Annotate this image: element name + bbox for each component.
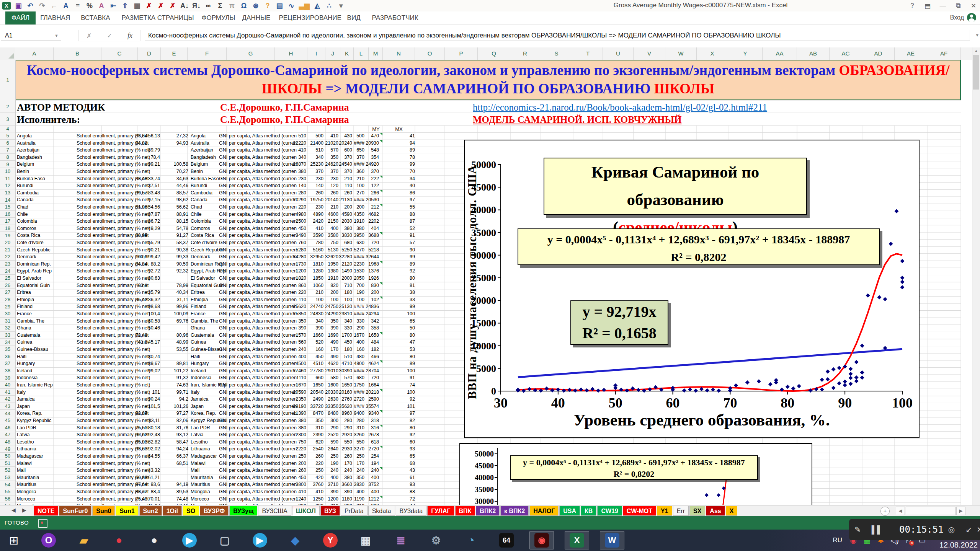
cell-value-f[interactable]: 66,37 bbox=[161, 453, 188, 460]
cell-value-j[interactable]: 2630 bbox=[324, 396, 338, 403]
row-header-14[interactable]: 14 bbox=[0, 196, 15, 204]
cell-country[interactable]: Korea, Rep. bbox=[17, 410, 42, 417]
cell-value-mx[interactable]: 89 bbox=[398, 261, 415, 268]
cell-value-k[interactable]: 1180 bbox=[338, 496, 352, 503]
cell-value-mx[interactable]: 50 bbox=[398, 324, 415, 332]
column-header-AD[interactable]: AD bbox=[862, 47, 895, 60]
cell-country-2[interactable]: Guinea-Bissau bbox=[191, 346, 222, 353]
cell-country[interactable]: Indonesia bbox=[17, 374, 38, 381]
cell-value-my[interactable]: 240 bbox=[360, 467, 379, 474]
column-header-U[interactable]: U bbox=[603, 47, 634, 60]
cell-value-i[interactable]: 410 bbox=[306, 225, 323, 232]
row-header-4[interactable]: 4 bbox=[0, 126, 15, 132]
cell-country-2[interactable]: Lao PDR bbox=[191, 424, 210, 432]
cell-value-i[interactable]: 230 bbox=[306, 175, 323, 183]
cell-value-k[interactable]: 2760 bbox=[338, 396, 352, 403]
cell-value-my[interactable]: 35574 bbox=[360, 403, 379, 410]
cell-value-my[interactable]: 122 bbox=[360, 182, 379, 189]
cell-value-k[interactable]: 510 bbox=[338, 353, 352, 360]
cell-value-j[interactable]: 8480 bbox=[324, 410, 338, 417]
sheet-nav-left-icon[interactable]: ◀ bbox=[11, 507, 16, 513]
cell-value-d[interactable]: 86,72 bbox=[130, 218, 160, 225]
row-header-8[interactable]: 8 bbox=[0, 154, 15, 161]
cell-value-mx[interactable]: 65 bbox=[398, 453, 415, 460]
cell-country-2[interactable]: Bangladesh bbox=[191, 154, 216, 161]
cell-value-j[interactable]: 580 bbox=[324, 374, 338, 381]
cell-value-my[interactable]: 194 bbox=[360, 460, 379, 467]
ribbon-tab-данные[interactable]: ДАННЫЕ bbox=[236, 11, 277, 24]
cell-value-f[interactable]: 91,32 bbox=[161, 374, 188, 381]
cell-value-j[interactable]: 290 bbox=[324, 424, 338, 432]
cell-value-h[interactable]: 1200 bbox=[279, 267, 306, 275]
row-header-54[interactable]: 54 bbox=[0, 481, 15, 488]
cell-value-mx[interactable]: 47 bbox=[398, 502, 415, 505]
cell-country[interactable]: Czech Republic bbox=[17, 246, 51, 254]
cell-value-i[interactable]: 340 bbox=[306, 154, 323, 161]
hscroll-left-icon[interactable]: ◀ bbox=[896, 507, 905, 515]
cell-value-j[interactable]: 400 bbox=[324, 474, 338, 481]
cell-value-mx[interactable]: 68 bbox=[398, 460, 415, 467]
cell-country[interactable]: Italy bbox=[17, 389, 26, 396]
cell-value-h[interactable]: 3800 bbox=[279, 481, 306, 488]
cell-value-j[interactable]: 1600 bbox=[324, 381, 338, 389]
cell-value-i[interactable]: 5160 bbox=[306, 246, 323, 254]
cell-value-f[interactable]: 48,99 bbox=[161, 339, 188, 346]
cell-value-j[interactable]: 200 bbox=[324, 289, 338, 296]
cell-country-2[interactable]: Costa Rica bbox=[191, 232, 214, 239]
cell-value-i[interactable]: 350 bbox=[306, 417, 323, 424]
cell-value-h[interactable]: 200 bbox=[279, 460, 306, 467]
taskbar-telegram-icon[interactable]: ▶ bbox=[177, 531, 202, 549]
column-header-I[interactable]: I bbox=[307, 47, 325, 60]
sheet-tab-1Oil[interactable]: 1Oil bbox=[163, 506, 182, 516]
row-header-32[interactable]: 32 bbox=[0, 324, 15, 332]
cell-country[interactable]: Angola bbox=[17, 132, 32, 140]
vertical-scrollbar[interactable]: ▲ ▼ bbox=[972, 47, 980, 516]
cell-value-i[interactable]: 1280 bbox=[306, 267, 323, 275]
cell-value-j[interactable]: 370 bbox=[324, 168, 338, 175]
cell-country-2[interactable]: Gambia, The bbox=[191, 318, 218, 325]
cell-value-i[interactable]: 1660 bbox=[306, 332, 323, 339]
cell-country[interactable]: Morocco bbox=[17, 496, 35, 503]
cell-country[interactable]: Mauritius bbox=[17, 481, 36, 488]
cell-value-my[interactable]: 1658 bbox=[360, 332, 379, 339]
cell-value-f[interactable]: 100,09 bbox=[161, 310, 188, 318]
taskbar-word-icon[interactable]: W bbox=[600, 531, 624, 549]
cell-value-d[interactable]: 54,56 bbox=[130, 204, 160, 211]
cell-value-my[interactable]: 548 bbox=[360, 147, 379, 154]
cell-value-mx[interactable]: 88 bbox=[398, 488, 415, 496]
sheet-tab-USA[interactable]: USA bbox=[559, 506, 580, 516]
taskbar-app-red-icon[interactable]: ● bbox=[107, 531, 131, 549]
cell-value-k[interactable]: 110 bbox=[338, 182, 352, 189]
column-header-AB[interactable]: AB bbox=[797, 47, 830, 60]
cell-value-mx[interactable]: 99 bbox=[398, 161, 415, 168]
cell-value-d[interactable]: 49,29 bbox=[130, 225, 160, 232]
new-sheet-button[interactable]: + bbox=[880, 507, 890, 516]
cell-country[interactable]: Canada bbox=[17, 196, 34, 204]
row-header-26[interactable]: 26 bbox=[0, 282, 15, 289]
select-all-corner[interactable] bbox=[0, 47, 15, 60]
cell-value-mx[interactable]: 80 bbox=[398, 424, 415, 432]
cell-value-k[interactable]: 3830 bbox=[338, 232, 352, 239]
row-header-1[interactable]: 1 bbox=[0, 60, 15, 100]
user-avatar-icon[interactable] bbox=[967, 13, 976, 22]
cell-value-k[interactable]: 230 bbox=[338, 502, 352, 505]
taskbar-compass-icon[interactable]: ◔ bbox=[459, 531, 483, 549]
cell-value-f[interactable]: 70,27 bbox=[161, 168, 188, 175]
cell-value-d[interactable]: 45,67 bbox=[130, 502, 160, 505]
row-header-42[interactable]: 42 bbox=[0, 396, 15, 403]
column-header-A[interactable]: A bbox=[15, 47, 54, 60]
cell-country[interactable]: Chad bbox=[17, 204, 28, 211]
sign-in[interactable]: Вход bbox=[950, 13, 976, 22]
cell-value-my[interactable]: 266 bbox=[360, 189, 379, 197]
cell-country-2[interactable]: France bbox=[191, 310, 206, 318]
sheet-nav-right-icon[interactable]: ▶ bbox=[22, 507, 26, 513]
cell-country[interactable]: Hungary bbox=[17, 360, 35, 367]
insert-cells-icon[interactable]: ⇧ bbox=[121, 1, 129, 10]
cell-value-j[interactable]: 750 bbox=[324, 239, 338, 246]
row-header-46[interactable]: 46 bbox=[0, 424, 15, 432]
cell-value-h[interactable]: 4980 bbox=[279, 211, 306, 218]
cell-value-k[interactable]: 340 bbox=[338, 318, 352, 325]
cell-value-f[interactable]: 94,93 bbox=[161, 140, 188, 147]
ribbon-tab-разметка страницы[interactable]: РАЗМЕТКА СТРАНИЦЫ bbox=[115, 11, 200, 24]
cell-value-mx[interactable]: 80 bbox=[398, 275, 415, 282]
